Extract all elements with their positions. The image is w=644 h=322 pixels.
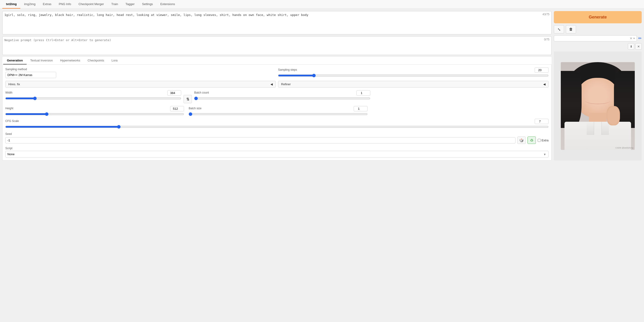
pencil-button[interactable]: ✏ <box>638 36 642 41</box>
tab-hypernetworks[interactable]: Hypernetworks <box>56 57 84 64</box>
cfg-scale-slider[interactable] <box>5 125 548 129</box>
nav-checkpoint-merger[interactable]: Checkpoint Merger <box>75 0 108 8</box>
width-col: Width <box>5 90 181 100</box>
sampling-method-label: Sampling method <box>5 68 276 71</box>
batch-size-input[interactable] <box>354 106 368 111</box>
image-preview: CSDN @weiluhong <box>554 51 642 161</box>
script-select[interactable]: None X/Y/Z plot Prompt matrix <box>5 151 548 158</box>
toolbar-buttons: ⤡ 🗑 <box>554 25 642 33</box>
batch-count-col: Batch count <box>194 90 370 100</box>
left-panel: 43/75 0/75 Generation Textual Inversion … <box>2 11 552 161</box>
batch-count-slider[interactable] <box>194 97 370 100</box>
hires-fix-label: Hires. fix <box>8 82 20 86</box>
nav-png-info[interactable]: PNG Info <box>55 0 75 8</box>
nav-extensions[interactable]: Extensions <box>156 0 179 8</box>
nav-extras[interactable]: Extras <box>39 0 55 8</box>
cfg-scale-input[interactable] <box>535 119 548 124</box>
cfg-scale-label: CFG Scale <box>5 119 19 123</box>
negative-prompt-input[interactable] <box>4 38 550 52</box>
close-image-button[interactable]: ✕ <box>635 43 642 50</box>
nav-txt2img[interactable]: txt2img <box>2 0 20 8</box>
shrink-button[interactable]: ⤡ <box>554 25 564 33</box>
pencil-icon: ✏ <box>638 36 642 41</box>
refiner-label: Refiner <box>281 82 291 86</box>
batch-count-label: Batch count <box>194 91 209 94</box>
watermark: CSDN @weiluhong <box>615 147 633 149</box>
tab-lora[interactable]: Lora <box>108 57 121 64</box>
token-count: 43/75 <box>542 13 550 16</box>
swap-dimensions-button[interactable]: ⇅ <box>184 95 192 103</box>
image-preview-actions: ⬇ ✕ <box>554 43 642 50</box>
extra-label: Extra <box>542 139 548 142</box>
tab-textual-inversion[interactable]: Textual Inversion <box>26 57 57 64</box>
swap-icon: ⇅ <box>186 97 189 101</box>
tabs-container: Generation Textual Inversion Hypernetwor… <box>2 57 552 161</box>
trash-button[interactable]: 🗑 <box>566 25 576 33</box>
style-dropdown-icon[interactable]: ▾ <box>633 37 635 40</box>
tab-generation[interactable]: Generation <box>3 57 26 64</box>
width-label: Width <box>5 91 12 94</box>
height-input[interactable] <box>170 106 184 111</box>
extra-checkbox[interactable] <box>538 139 541 142</box>
generate-button[interactable]: Generate <box>554 11 642 23</box>
tab-checkpoints[interactable]: Checkpoints <box>84 57 108 64</box>
nav-train[interactable]: Train <box>108 0 122 8</box>
seed-dice-button[interactable]: 🎲 <box>517 136 526 144</box>
right-panel: Generate ⤡ 🗑 ✕ ▾ ✏ ⬇ <box>554 11 642 161</box>
close-icon: ✕ <box>637 45 640 48</box>
positive-prompt-box: 43/75 <box>2 11 552 34</box>
script-label: Script <box>5 147 548 150</box>
top-navigation: txt2img img2img Extras PNG Info Checkpoi… <box>0 0 644 9</box>
trash-icon: 🗑 <box>569 27 573 31</box>
download-icon: ⬇ <box>630 45 632 48</box>
batch-size-col: Batch size <box>188 106 367 116</box>
width-input[interactable] <box>167 90 181 96</box>
batch-size-slider[interactable] <box>188 112 367 116</box>
hires-fix-toggle[interactable]: Hires. fix ◀ <box>5 81 276 87</box>
shrink-icon: ⤡ <box>558 27 560 32</box>
height-col: Height <box>5 106 184 116</box>
seed-recycle-button[interactable]: ♻ <box>528 136 536 144</box>
download-image-button[interactable]: ⬇ <box>628 43 634 50</box>
clear-style-icon[interactable]: ✕ <box>630 36 632 40</box>
controls-panel: Sampling method DPM++ 2M Karras Euler a … <box>2 65 552 161</box>
extra-checkbox-group: Extra <box>538 139 548 142</box>
height-label: Height <box>5 107 14 110</box>
positive-prompt-input[interactable] <box>4 13 550 32</box>
sampling-steps-slider[interactable] <box>278 74 548 77</box>
seed-input[interactable] <box>5 137 516 143</box>
batch-size-label: Batch size <box>188 107 201 110</box>
nav-img2img[interactable]: img2img <box>20 0 39 8</box>
height-slider[interactable] <box>5 112 184 116</box>
nav-tagger[interactable]: Tagger <box>122 0 138 8</box>
refiner-toggle[interactable]: Refiner ◀ <box>278 81 548 87</box>
sampling-steps-input[interactable] <box>535 67 548 73</box>
style-search-input[interactable] <box>556 37 629 40</box>
seed-label: Seed <box>5 132 12 136</box>
refiner-arrow: ◀ <box>543 82 546 86</box>
dice-icon: 🎲 <box>519 138 524 143</box>
negative-prompt-box: 0/75 <box>2 36 552 55</box>
width-slider[interactable] <box>5 97 181 100</box>
recycle-icon: ♻ <box>530 138 533 143</box>
neg-token-count: 0/75 <box>544 38 550 41</box>
batch-count-input[interactable] <box>356 90 370 96</box>
hires-fix-arrow: ◀ <box>270 82 273 86</box>
nav-settings[interactable]: Settings <box>138 0 156 8</box>
sampling-steps-label: Sampling steps <box>278 68 297 71</box>
sampling-method-select[interactable]: DPM++ 2M Karras Euler a Euler LMS DDIM <box>5 72 56 78</box>
